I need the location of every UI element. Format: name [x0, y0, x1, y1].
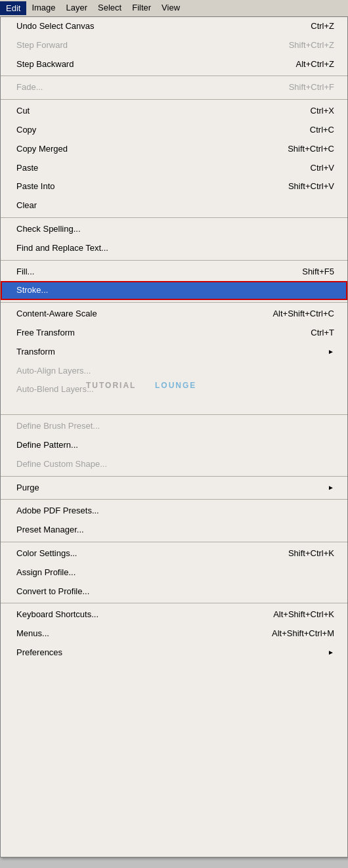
menu-item-preferences[interactable]: Preferences ►: [1, 643, 347, 662]
separator-5: [1, 302, 347, 303]
menu-item-keyboard-shortcuts[interactable]: Keyboard Shortcuts... Alt+Shift+Ctrl+K: [1, 605, 347, 624]
menu-item-convert-to-profile[interactable]: Convert to Profile...: [1, 582, 347, 601]
separator-2: [1, 99, 347, 100]
menu-item-content-aware-scale[interactable]: Content-Aware Scale Alt+Shift+Ctrl+C: [1, 305, 347, 324]
menu-item-copy-merged[interactable]: Copy Merged Shift+Ctrl+C: [1, 140, 347, 159]
menu-item-content-aware-scale-shortcut: Alt+Shift+Ctrl+C: [272, 307, 334, 321]
preferences-arrow-icon: ►: [328, 647, 334, 658]
menu-item-auto-blend-layers: Auto-Blend Layers...: [1, 380, 347, 399]
separator-1: [1, 76, 347, 76]
arrow-icon: ►: [328, 347, 334, 357]
menu-item-free-transform-label: Free Transform: [16, 326, 75, 340]
menu-item-fill-label: Fill...: [16, 265, 34, 279]
menu-item-step-backward-label: Step Backward: [16, 58, 74, 72]
menu-item-assign-profile[interactable]: Assign Profile...: [1, 563, 347, 582]
menu-item-adobe-pdf-presets-label: Adobe PDF Presets...: [16, 504, 99, 518]
menu-item-copy-merged-shortcut: Shift+Ctrl+C: [288, 142, 334, 156]
menu-item-paste-shortcut: Ctrl+V: [311, 162, 334, 175]
edit-menu-dropdown: Undo Select Canvas Ctrl+Z Step Forward S…: [0, 17, 348, 857]
menu-item-keyboard-shortcuts-shortcut: Alt+Shift+Ctrl+K: [273, 608, 334, 622]
menu-item-find-replace-label: Find and Replace Text...: [16, 242, 108, 255]
menu-item-cut-shortcut: Ctrl+X: [311, 104, 334, 118]
menu-item-menus-label: Menus...: [16, 627, 49, 641]
menu-item-define-custom-shape-label: Define Custom Shape...: [16, 458, 107, 471]
menu-item-fade-label: Fade...: [16, 81, 43, 95]
menu-item-cut[interactable]: Cut Ctrl+X: [1, 102, 347, 121]
menu-item-copy[interactable]: Copy Ctrl+C: [1, 121, 347, 140]
menu-item-auto-blend-layers-label: Auto-Blend Layers...: [16, 383, 94, 397]
menu-item-menus[interactable]: Menus... Alt+Shift+Ctrl+M: [1, 624, 347, 643]
menu-item-transform[interactable]: Transform ►: [1, 343, 347, 362]
menu-bar-select[interactable]: Select: [93, 1, 127, 15]
menu-item-stroke[interactable]: Stroke...: [1, 281, 347, 300]
menu-item-paste-label: Paste: [16, 162, 38, 175]
separator-4: [1, 260, 347, 261]
menu-item-color-settings-label: Color Settings...: [16, 547, 77, 561]
menu-item-fade-shortcut: Shift+Ctrl+F: [289, 81, 334, 95]
separator-6: [1, 414, 347, 415]
menu-item-define-custom-shape: Define Custom Shape...: [1, 455, 347, 474]
separator-8: [1, 499, 347, 500]
separator-3: [1, 217, 347, 218]
menu-item-check-spelling[interactable]: Check Spelling...: [1, 220, 347, 239]
menu-item-step-backward[interactable]: Step Backward Alt+Ctrl+Z: [1, 55, 347, 74]
menu-item-purge[interactable]: Purge ►: [1, 479, 347, 498]
menu-item-define-brush-preset: Define Brush Preset...: [1, 417, 347, 436]
purge-arrow-icon: ►: [328, 483, 334, 493]
menu-item-step-forward: Step Forward Shift+Ctrl+Z: [1, 36, 347, 55]
menu-item-purge-label: Purge: [16, 481, 39, 495]
menu-item-step-forward-label: Step Forward: [16, 39, 68, 53]
menu-item-paste-into[interactable]: Paste Into Shift+Ctrl+V: [1, 177, 347, 196]
menu-item-transform-label: Transform: [16, 345, 55, 359]
menu-bar-filter[interactable]: Filter: [127, 1, 156, 15]
menu-item-content-aware-scale-label: Content-Aware Scale: [16, 307, 97, 321]
separator-7: [1, 476, 347, 477]
menu-item-define-pattern-label: Define Pattern...: [16, 439, 78, 452]
menu-item-fill-shortcut: Shift+F5: [302, 265, 334, 279]
menu-item-step-forward-shortcut: Shift+Ctrl+Z: [289, 39, 334, 53]
menu-item-paste-into-shortcut: Shift+Ctrl+V: [288, 180, 334, 194]
menu-item-stroke-label: Stroke...: [16, 284, 48, 297]
menu-item-free-transform-shortcut: Ctrl+T: [311, 326, 334, 340]
menu-item-copy-shortcut: Ctrl+C: [310, 123, 334, 137]
menu-item-fade: Fade... Shift+Ctrl+F: [1, 78, 347, 97]
menu-item-convert-to-profile-label: Convert to Profile...: [16, 585, 89, 599]
menu-item-paste-into-label: Paste Into: [16, 180, 55, 194]
menu-item-auto-align-layers-label: Auto-Align Layers...: [16, 364, 91, 378]
menu-item-find-replace[interactable]: Find and Replace Text...: [1, 239, 347, 258]
menu-item-assign-profile-label: Assign Profile...: [16, 566, 76, 580]
menu-item-auto-align-layers: Auto-Align Layers...: [1, 362, 347, 381]
menu-bar: Edit Image Layer Select Filter View: [0, 0, 348, 17]
menu-item-define-brush-preset-label: Define Brush Preset...: [16, 420, 100, 433]
menu-item-clear[interactable]: Clear: [1, 196, 347, 215]
menu-item-define-pattern[interactable]: Define Pattern...: [1, 436, 347, 455]
menu-item-menus-shortcut: Alt+Shift+Ctrl+M: [272, 627, 334, 641]
menu-item-fill[interactable]: Fill... Shift+F5: [1, 263, 347, 282]
menu-item-keyboard-shortcuts-label: Keyboard Shortcuts...: [16, 608, 98, 622]
menu-item-undo[interactable]: Undo Select Canvas Ctrl+Z: [1, 17, 347, 36]
menu-item-paste[interactable]: Paste Ctrl+V: [1, 159, 347, 178]
menu-item-step-backward-shortcut: Alt+Ctrl+Z: [295, 58, 334, 72]
menu-item-copy-merged-label: Copy Merged: [16, 142, 68, 156]
menu-item-preset-manager-label: Preset Manager...: [16, 523, 84, 537]
menu-item-color-settings-shortcut: Shift+Ctrl+K: [288, 547, 334, 561]
menu-bar-view[interactable]: View: [156, 1, 185, 15]
menu-bar-image[interactable]: Image: [26, 1, 60, 15]
menu-item-undo-shortcut: Ctrl+Z: [311, 20, 334, 33]
edit-menu: Undo Select Canvas Ctrl+Z Step Forward S…: [0, 17, 348, 857]
separator-10: [1, 603, 347, 603]
watermark-area: TUTORIAL LOUNGE: [1, 399, 347, 412]
menu-item-undo-label: Undo Select Canvas: [16, 20, 95, 33]
menu-item-clear-label: Clear: [16, 199, 37, 213]
menu-item-copy-label: Copy: [16, 123, 36, 137]
menu-item-cut-label: Cut: [16, 104, 30, 118]
menu-item-check-spelling-label: Check Spelling...: [16, 223, 81, 236]
menu-item-adobe-pdf-presets[interactable]: Adobe PDF Presets...: [1, 502, 347, 521]
menu-bar-edit[interactable]: Edit: [0, 1, 26, 15]
separator-9: [1, 542, 347, 542]
menu-item-free-transform[interactable]: Free Transform Ctrl+T: [1, 324, 347, 343]
menu-item-color-settings[interactable]: Color Settings... Shift+Ctrl+K: [1, 544, 347, 563]
menu-item-preferences-label: Preferences: [16, 646, 62, 660]
menu-bar-layer[interactable]: Layer: [61, 1, 93, 15]
menu-item-preset-manager[interactable]: Preset Manager...: [1, 521, 347, 540]
